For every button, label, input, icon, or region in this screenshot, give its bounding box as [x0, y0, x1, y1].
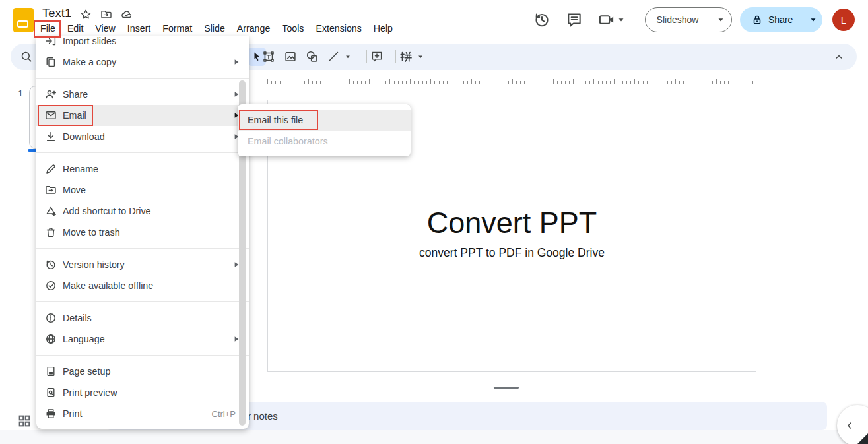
share-options-caret[interactable] [803, 7, 822, 32]
menu-item-email[interactable]: Email [36, 105, 249, 126]
cloud-status-icon[interactable] [121, 9, 133, 20]
google-slides-logo[interactable] [13, 8, 34, 32]
submenu-item-email-collaborators: Email collaborators [238, 131, 411, 152]
slides-logo-glyph [17, 20, 28, 28]
caret-down-icon[interactable] [345, 53, 351, 60]
corner-wedge [857, 433, 868, 444]
star-icon[interactable] [80, 9, 92, 20]
version-history-button[interactable] [533, 11, 551, 28]
horizontal-ruler [267, 79, 757, 84]
pinyin-input-icon [399, 50, 413, 63]
menu-item-move[interactable]: Move [36, 179, 249, 201]
menu-divider [36, 301, 249, 302]
meet-dropdown-caret-icon[interactable] [617, 16, 625, 24]
comments-button[interactable] [566, 11, 583, 28]
slide-title-text[interactable]: Convert PPT [268, 203, 756, 243]
slideshow-label: Slideshow [646, 15, 710, 25]
menu-divider [36, 248, 249, 249]
menu-item-label: Make a copy [63, 57, 233, 67]
caret-down-icon [809, 16, 817, 24]
menubar-item-extensions[interactable]: Extensions [310, 21, 367, 38]
tool-comment-add[interactable] [369, 49, 385, 65]
menubar-item-arrange[interactable]: Arrange [231, 21, 276, 38]
menu-item-label: Make available offline [63, 280, 240, 291]
bottom-strip [0, 430, 868, 444]
toolbar-divider [366, 50, 367, 63]
menu-item-label: Print [63, 408, 212, 419]
menu-item-label: Move to trash [63, 227, 240, 238]
menu-item-make-available-offline[interactable]: Make available offline [36, 275, 249, 296]
menu-item-details[interactable]: Details [36, 307, 249, 329]
version-history-icon [45, 259, 57, 270]
slideshow-button[interactable]: Slideshow [645, 7, 732, 32]
menubar-item-help[interactable]: Help [368, 21, 399, 38]
email-submenu-panel: Email this fileEmail collaborators [238, 104, 411, 156]
menu-item-label: Language [63, 334, 233, 344]
printer-icon [45, 408, 57, 420]
menubar-item-edit[interactable]: Edit [61, 21, 89, 38]
toolbar-collapse-button[interactable] [831, 49, 847, 65]
toolbar-divider [395, 50, 396, 63]
menu-item-label: Add shortcut to Drive [63, 206, 240, 216]
offline-check-icon [45, 280, 57, 292]
document-title[interactable]: Text1 [42, 6, 71, 20]
caret-down-icon[interactable] [417, 53, 424, 60]
info-icon [45, 312, 57, 324]
account-avatar[interactable]: L [832, 9, 855, 31]
ruler-baseline [253, 84, 856, 84]
menu-item-rename[interactable]: Rename [36, 158, 249, 179]
menubar-item-format[interactable]: Format [156, 21, 198, 38]
trash-icon [45, 226, 57, 238]
line-icon [327, 50, 340, 63]
print-preview-icon [45, 387, 57, 398]
menu-item-label: Share [63, 89, 233, 100]
page-setup-icon [45, 365, 57, 377]
menu-item-page-setup[interactable]: Page setup [36, 361, 249, 382]
menubar-item-insert[interactable]: Insert [121, 21, 156, 38]
menu-item-make-a-copy[interactable]: Make a copy [36, 51, 249, 73]
menu-item-print[interactable]: PrintCtrl+P [36, 403, 249, 424]
menu-item-label: Move [63, 185, 240, 195]
menu-item-label: Download [63, 131, 233, 142]
textbox-icon [262, 50, 275, 63]
grid-view-button[interactable] [17, 414, 32, 428]
search-menus-button[interactable] [18, 49, 34, 65]
menu-item-print-preview[interactable]: Print preview [36, 382, 249, 403]
menubar-item-tools[interactable]: Tools [276, 21, 310, 38]
download-icon [45, 131, 57, 143]
menu-item-label: Version history [63, 259, 233, 270]
menubar-item-view[interactable]: View [89, 21, 121, 38]
menu-item-import-slides[interactable]: Import slides [36, 36, 249, 51]
menu-item-version-history[interactable]: Version history [36, 254, 249, 275]
menu-item-download[interactable]: Download [36, 126, 249, 147]
comment-add-icon [370, 50, 384, 63]
share-button[interactable]: Share [740, 7, 822, 32]
menu-bar: FileEditViewInsertFormatSlideArrangeTool… [34, 21, 399, 38]
tool-pinyin-input[interactable] [398, 49, 414, 65]
menu-item-share[interactable]: Share [36, 84, 249, 105]
tool-textbox[interactable] [261, 49, 277, 65]
notes-resize-handle[interactable] [494, 387, 519, 389]
share-label: Share [768, 15, 803, 25]
copy-icon [45, 56, 57, 68]
menu-divider [36, 355, 249, 356]
caret-down-icon [717, 16, 725, 24]
annotation-box-email-this-file [239, 110, 318, 130]
tool-image[interactable] [283, 49, 298, 65]
menubar-item-slide[interactable]: Slide [198, 21, 231, 38]
slideshow-options-caret[interactable] [710, 8, 731, 32]
menubar-item-file[interactable]: File [34, 21, 61, 38]
menu-divider [36, 78, 249, 79]
meet-camera-button[interactable] [598, 11, 615, 28]
slide-subtitle-text[interactable]: convert PPT to PDF in Google Drive [268, 243, 756, 263]
move-folder-icon[interactable] [100, 9, 112, 20]
pencil-icon [45, 163, 57, 175]
tool-line[interactable] [325, 49, 341, 65]
submenu-item-email-this-file[interactable]: Email this file [238, 110, 411, 131]
tool-shape[interactable] [304, 49, 320, 65]
menu-item-add-shortcut-to-drive[interactable]: Add shortcut to Drive [36, 201, 249, 222]
menu-item-language[interactable]: Language [36, 329, 249, 350]
menu-item-move-to-trash[interactable]: Move to trash [36, 222, 249, 243]
globe-icon [45, 333, 57, 345]
slide-number: 1 [15, 88, 26, 98]
